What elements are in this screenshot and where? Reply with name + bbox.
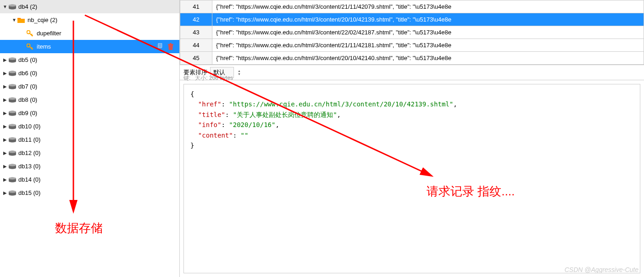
expander-icon[interactable]: ▶ bbox=[2, 177, 8, 182]
expander-icon[interactable]: ▶ bbox=[2, 150, 8, 155]
tree-item-label: nb_cqie (2) bbox=[28, 17, 57, 23]
tree-item-db7[interactable]: ▶db7 (0) bbox=[0, 80, 179, 93]
tree-item-db5[interactable]: ▶db5 (0) bbox=[0, 53, 179, 66]
table-row[interactable]: 45{"href": "https://www.cqie.edu.cn/html… bbox=[180, 52, 644, 65]
tree-item-db4[interactable]: ▼db4 (2) bbox=[0, 0, 179, 13]
tree-item-label: db11 (0) bbox=[18, 136, 40, 143]
row-value: {"href": "https://www.cqie.edu.cn/html/3… bbox=[212, 0, 644, 13]
svg-rect-7 bbox=[170, 43, 172, 44]
row-value: {"href": "https://www.cqie.edu.cn/html/3… bbox=[212, 39, 644, 52]
svg-point-11 bbox=[9, 71, 16, 73]
tree-item-label: db5 (0) bbox=[18, 56, 37, 63]
row-value: {"href": "https://www.cqie.edu.cn/html/3… bbox=[212, 52, 644, 65]
database-icon bbox=[8, 57, 17, 63]
key-icon bbox=[27, 44, 35, 50]
key-icon bbox=[27, 30, 35, 37]
svg-point-13 bbox=[9, 84, 16, 86]
svg-point-15 bbox=[9, 97, 16, 100]
tree-item-db6[interactable]: ▶db6 (0) bbox=[0, 66, 179, 80]
tree-item-label: db4 (2) bbox=[18, 3, 37, 10]
tree-item-label: db15 (0) bbox=[18, 189, 40, 196]
table-row[interactable]: 43{"href": "https://www.cqie.edu.cn/html… bbox=[180, 26, 644, 39]
tree-item-label: dupefilter bbox=[37, 30, 61, 37]
svg-point-25 bbox=[9, 164, 16, 166]
data-table[interactable]: 41{"href": "https://www.cqie.edu.cn/html… bbox=[180, 0, 644, 65]
table-row[interactable]: 44{"href": "https://www.cqie.edu.cn/html… bbox=[180, 39, 644, 52]
database-icon bbox=[8, 83, 17, 90]
expander-icon[interactable]: ▶ bbox=[2, 111, 8, 116]
delete-icon[interactable] bbox=[167, 43, 175, 51]
folder-icon bbox=[17, 17, 26, 23]
row-number: 44 bbox=[180, 39, 212, 52]
tree-item-label: db7 (0) bbox=[18, 83, 37, 90]
expander-icon[interactable]: ▶ bbox=[2, 97, 8, 102]
data-table-area: 41{"href": "https://www.cqie.edu.cn/html… bbox=[180, 0, 644, 65]
expander-icon[interactable]: ▶ bbox=[2, 84, 8, 89]
tree-item-db13[interactable]: ▶db13 (0) bbox=[0, 160, 179, 173]
expander-icon[interactable]: ▶ bbox=[2, 124, 8, 129]
tree-item-label: db14 (0) bbox=[18, 176, 40, 183]
tree-item-label: db10 (0) bbox=[18, 123, 40, 130]
row-value: {"href": "https://www.cqie.edu.cn/html/3… bbox=[212, 26, 644, 39]
database-icon bbox=[8, 163, 17, 170]
expander-icon[interactable]: ▼ bbox=[11, 17, 17, 22]
svg-point-17 bbox=[9, 111, 16, 113]
svg-rect-6 bbox=[168, 44, 173, 45]
database-icon bbox=[8, 190, 17, 196]
tree-item-db12[interactable]: ▶db12 (0) bbox=[0, 146, 179, 160]
svg-point-19 bbox=[9, 124, 16, 126]
expander-icon[interactable]: ▶ bbox=[2, 71, 8, 76]
table-row[interactable]: 41{"href": "https://www.cqie.edu.cn/html… bbox=[180, 0, 644, 13]
tree-item-nb_cqie[interactable]: ▼nb_cqie (2) bbox=[0, 13, 179, 27]
size-info: 键: 大小: 208 bytes bbox=[183, 74, 233, 82]
database-icon bbox=[8, 110, 17, 116]
tree-item-label: db9 (0) bbox=[18, 110, 37, 116]
svg-point-29 bbox=[9, 190, 16, 193]
sort-spinner[interactable]: ▲▼ bbox=[238, 69, 241, 76]
database-icon bbox=[8, 97, 17, 103]
database-icon bbox=[8, 137, 17, 143]
svg-rect-5 bbox=[158, 43, 162, 48]
database-icon bbox=[8, 150, 17, 156]
tree-item-label: db12 (0) bbox=[18, 150, 40, 156]
row-number: 42 bbox=[180, 13, 212, 26]
row-value: {"href": "https://www.cqie.edu.cn/html/3… bbox=[212, 13, 644, 26]
svg-point-23 bbox=[9, 150, 16, 153]
svg-point-9 bbox=[9, 57, 16, 60]
expander-icon[interactable]: ▶ bbox=[2, 164, 8, 169]
tree-item-label: db13 (0) bbox=[18, 163, 40, 170]
tree-item-label: db6 (0) bbox=[18, 70, 37, 77]
svg-point-2 bbox=[27, 30, 30, 33]
expander-icon[interactable]: ▶ bbox=[2, 190, 8, 195]
svg-point-3 bbox=[27, 44, 30, 47]
row-number: 41 bbox=[180, 0, 212, 13]
json-viewer[interactable]: { "href": "https://www.cqie.edu.cn/html/… bbox=[183, 84, 640, 273]
tree-item-db10[interactable]: ▶db10 (0) bbox=[0, 120, 179, 133]
database-icon bbox=[8, 123, 17, 130]
database-tree[interactable]: ▼db4 (2)▼nb_cqie (2)dupefilteritems▶db5 … bbox=[0, 0, 180, 277]
table-row[interactable]: 42{"href": "https://www.cqie.edu.cn/html… bbox=[180, 13, 644, 26]
database-icon bbox=[8, 70, 17, 77]
tree-item-db15[interactable]: ▶db15 (0) bbox=[0, 186, 179, 199]
svg-point-1 bbox=[9, 4, 16, 6]
expander-icon[interactable]: ▶ bbox=[2, 137, 8, 142]
expander-icon[interactable]: ▶ bbox=[2, 57, 8, 62]
svg-point-21 bbox=[9, 137, 16, 139]
database-icon bbox=[8, 4, 17, 10]
tree-item-label: db8 (0) bbox=[18, 96, 37, 103]
tree-item-db14[interactable]: ▶db14 (0) bbox=[0, 173, 179, 186]
svg-point-27 bbox=[9, 177, 16, 179]
tree-item-items[interactable]: items bbox=[0, 40, 179, 53]
expander-icon[interactable]: ▼ bbox=[2, 4, 8, 9]
copy-icon[interactable] bbox=[155, 43, 164, 51]
tree-item-label: items bbox=[37, 43, 51, 50]
sort-bar: 要素排序 默认 ▲▼ 键: 大小: 208 bytes bbox=[180, 65, 644, 80]
row-number: 45 bbox=[180, 52, 212, 65]
tree-item-db11[interactable]: ▶db11 (0) bbox=[0, 133, 179, 146]
tree-item-db8[interactable]: ▶db8 (0) bbox=[0, 93, 179, 106]
tree-item-dupefilter[interactable]: dupefilter bbox=[0, 27, 179, 40]
database-icon bbox=[8, 177, 17, 183]
row-number: 43 bbox=[180, 26, 212, 39]
tree-item-db9[interactable]: ▶db9 (0) bbox=[0, 106, 179, 120]
